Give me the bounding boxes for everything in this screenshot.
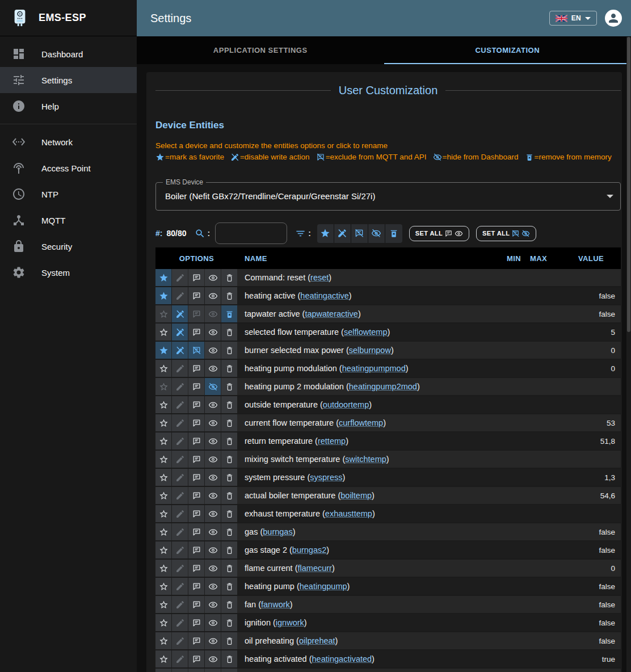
mqtt-toggle[interactable]: [188, 469, 204, 486]
write-toggle[interactable]: [172, 432, 188, 450]
visibility-toggle[interactable]: [205, 342, 221, 359]
write-toggle[interactable]: [172, 596, 188, 613]
favorite-toggle[interactable]: [155, 305, 171, 322]
entity-id-link[interactable]: heatingpump2mod: [349, 382, 417, 391]
write-toggle[interactable]: [172, 560, 188, 577]
visibility-toggle[interactable]: [205, 396, 221, 413]
favorite-toggle[interactable]: [155, 324, 171, 341]
write-toggle[interactable]: [172, 541, 188, 558]
visibility-toggle[interactable]: [205, 541, 221, 558]
entity-id-link[interactable]: selburnpow: [349, 346, 391, 355]
set-all-hide-button[interactable]: SET ALL: [476, 226, 536, 241]
entity-id-link[interactable]: reset: [310, 273, 329, 282]
mqtt-toggle[interactable]: [188, 541, 204, 558]
mqtt-toggle[interactable]: [188, 432, 204, 450]
remove-toggle[interactable]: [221, 487, 237, 504]
entity-id-link[interactable]: syspress: [310, 473, 342, 482]
mqtt-toggle[interactable]: [188, 614, 204, 631]
write-toggle[interactable]: [172, 632, 188, 649]
favorite-toggle[interactable]: [155, 414, 171, 431]
write-toggle[interactable]: [172, 451, 188, 468]
write-toggle[interactable]: [172, 614, 188, 631]
visibility-toggle[interactable]: [205, 324, 221, 341]
remove-toggle[interactable]: [221, 451, 237, 468]
remove-toggle[interactable]: [221, 305, 237, 322]
mqtt-toggle[interactable]: [188, 342, 204, 359]
write-toggle[interactable]: [172, 324, 188, 341]
mqtt-toggle[interactable]: [188, 360, 204, 377]
entity-id-link[interactable]: switchtemp: [345, 455, 386, 464]
mqtt-toggle[interactable]: [188, 487, 204, 504]
entity-id-link[interactable]: exhausttemp: [325, 509, 372, 518]
remove-toggle[interactable]: [221, 669, 237, 672]
remove-toggle[interactable]: [221, 650, 237, 667]
favorite-toggle[interactable]: [155, 523, 171, 540]
write-toggle[interactable]: [172, 342, 188, 359]
sidebar-item-access-point[interactable]: Access Point: [0, 155, 137, 181]
visibility-toggle[interactable]: [205, 469, 221, 486]
remove-toggle[interactable]: [221, 596, 237, 613]
write-toggle[interactable]: [172, 269, 188, 286]
set-all-show-button[interactable]: SET ALL: [409, 226, 469, 241]
entity-id-link[interactable]: tapwateractive: [305, 309, 358, 318]
favorite-toggle[interactable]: [155, 396, 171, 413]
favorite-toggle[interactable]: [155, 560, 171, 577]
mqtt-toggle[interactable]: [188, 305, 204, 322]
remove-toggle[interactable]: [221, 269, 237, 286]
tab-application-settings[interactable]: APPLICATION SETTINGS: [137, 36, 384, 64]
visibility-toggle[interactable]: [205, 360, 221, 377]
write-toggle[interactable]: [172, 396, 188, 413]
favorite-toggle[interactable]: [155, 287, 171, 304]
scrollbar-thumb[interactable]: [627, 37, 630, 332]
favorite-toggle[interactable]: [155, 614, 171, 631]
write-toggle[interactable]: [172, 360, 188, 377]
visibility-toggle[interactable]: [205, 487, 221, 504]
write-toggle[interactable]: [172, 378, 188, 395]
entity-id-link[interactable]: selflowtemp: [344, 327, 388, 337]
entity-id-link[interactable]: heatingpumpmod: [342, 364, 406, 373]
sidebar-item-dashboard[interactable]: Dashboard: [0, 41, 137, 67]
mqtt-toggle[interactable]: [188, 505, 204, 522]
favorite-toggle[interactable]: [155, 650, 171, 667]
write-toggle[interactable]: [172, 578, 188, 595]
favorite-toggle[interactable]: [155, 432, 171, 450]
mqtt-toggle[interactable]: [188, 578, 204, 595]
sidebar-item-settings[interactable]: Settings: [0, 67, 137, 93]
ems-device-select[interactable]: EMS Device Boiler (Nefit GBx72/Trendline…: [155, 182, 621, 211]
write-toggle[interactable]: [172, 523, 188, 540]
favorite-toggle[interactable]: [155, 342, 171, 359]
visibility-toggle[interactable]: [205, 451, 221, 468]
visibility-toggle[interactable]: [205, 560, 221, 577]
sidebar-item-network[interactable]: Network: [0, 129, 137, 155]
remove-toggle[interactable]: [221, 541, 237, 558]
entity-id-link[interactable]: burngas: [263, 527, 292, 536]
mqtt-toggle[interactable]: [188, 523, 204, 540]
entity-id-link[interactable]: heatingactive: [300, 291, 348, 300]
mqtt-toggle[interactable]: [188, 396, 204, 413]
write-toggle[interactable]: [172, 469, 188, 486]
remove-toggle[interactable]: [221, 523, 237, 540]
visibility-toggle[interactable]: [205, 669, 221, 672]
mqtt-toggle[interactable]: [188, 414, 204, 431]
sidebar-item-mqtt[interactable]: MQTT: [0, 207, 137, 233]
remove-toggle[interactable]: [221, 378, 237, 395]
favorite-toggle[interactable]: [155, 269, 171, 286]
mqtt-toggle[interactable]: [188, 269, 204, 286]
remove-toggle[interactable]: [221, 560, 237, 577]
remove-toggle[interactable]: [221, 324, 237, 341]
hidden-filter-button[interactable]: [368, 224, 385, 243]
write-toggle[interactable]: [172, 487, 188, 504]
tab-customization[interactable]: CUSTOMIZATION: [384, 36, 631, 64]
entity-id-link[interactable]: boiltemp: [340, 491, 372, 500]
remove-toggle[interactable]: [221, 469, 237, 486]
favorite-toggle[interactable]: [155, 378, 171, 395]
visibility-toggle[interactable]: [205, 596, 221, 613]
write-toggle[interactable]: [172, 305, 188, 322]
visibility-toggle[interactable]: [205, 269, 221, 286]
favorite-toggle[interactable]: [155, 360, 171, 377]
remove-toggle[interactable]: [221, 414, 237, 431]
remove-toggle[interactable]: [221, 578, 237, 595]
favorite-toggle[interactable]: [155, 451, 171, 468]
write-disabled-filter-button[interactable]: [334, 224, 351, 243]
entity-id-link[interactable]: oilpreheat: [299, 636, 335, 645]
